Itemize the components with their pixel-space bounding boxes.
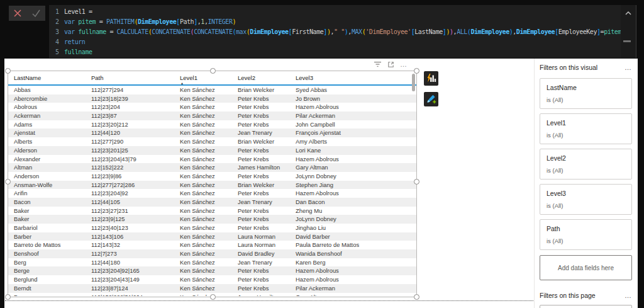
table-row[interactable]: Barreto de Mattos112|143|32Ken SánchezLa… <box>8 241 416 249</box>
chevron-up-icon[interactable] <box>625 10 632 16</box>
table-row[interactable]: Alderson112|23|201|25Ken SánchezPeter Kr… <box>8 146 416 155</box>
filter-card-level3[interactable]: Level3is (All) <box>540 184 632 215</box>
column-header-level2[interactable]: Level2 <box>238 71 296 84</box>
code-line[interactable]: 2var pitem = PATHITEM(DimEmployee[Path],… <box>49 17 621 27</box>
filters-visual-more-icon[interactable]: … <box>625 64 632 71</box>
filter-condition: is (All) <box>547 96 625 103</box>
column-header-label: Path <box>91 74 104 81</box>
filter-card-level1[interactable]: Level1is (All) <box>540 113 632 144</box>
sort-ascending-icon: ▲ <box>180 82 184 85</box>
filter-card-path[interactable]: Pathis (All) <box>540 219 632 250</box>
table-row[interactable]: Alberts112|277|290Ken SánchezBrian Welck… <box>8 137 416 146</box>
resize-handle-bottom-middle[interactable] <box>210 294 216 300</box>
table-vertical-scrollbar[interactable] <box>412 74 415 91</box>
resize-handle-bottom-right[interactable] <box>414 294 419 300</box>
table-row[interactable]: Ajenstat112|44|120Ken SánchezJean Trenar… <box>8 128 416 137</box>
code-line[interactable]: 3var fullname = CALCULATE(CONCATENATE(CO… <box>49 27 621 37</box>
table-cell: Adams <box>14 120 91 129</box>
table-row[interactable]: Baker112|23|27|231Ken SánchezPeter Krebs… <box>8 207 416 215</box>
table-row[interactable]: Berge112|23|204|92|165Ken SánchezPeter K… <box>8 266 416 275</box>
table-cell: Karen Berg <box>296 258 416 267</box>
code-line[interactable]: 1Level1 = <box>49 7 621 17</box>
table-cell: 112|23|9|86 <box>91 172 180 181</box>
table-row[interactable]: Bacon112|44|105Ken SánchezJean TrenaryDa… <box>8 198 416 207</box>
table-cell: Syed Abbas <box>296 86 416 94</box>
table-row[interactable]: Berndt112|23|87|124Ken SánchezPeter Kreb… <box>8 284 416 293</box>
table-cell: Ken Sánchez <box>180 241 238 249</box>
resize-handle-top-right[interactable] <box>414 68 419 74</box>
table-cell: 112|23|20|212 <box>91 120 180 129</box>
cancel-formula-x-icon[interactable] <box>13 9 22 18</box>
table-cell: 112|23|204|43|149 <box>91 275 180 284</box>
table-cell: Ken Sánchez <box>180 293 238 297</box>
table-row[interactable]: Berglund112|23|204|43|149Ken SánchezPete… <box>8 275 416 284</box>
resize-handle-middle-left[interactable] <box>5 179 11 185</box>
table-cell: Hazem Abolrous <box>296 189 416 198</box>
table-cell: 112|143|32 <box>91 241 180 249</box>
add-data-fields-dropzone[interactable]: Add data fields here <box>540 255 632 280</box>
filters-page-more-icon[interactable]: … <box>625 292 632 299</box>
table-cell: Ken Sánchez <box>180 155 238 164</box>
table-row[interactable]: Adams112|23|20|212Ken SánchezPeter Krebs… <box>8 120 416 129</box>
table-row[interactable]: Ackerman112|23|87Ken SánchezPeter KrebsP… <box>8 111 416 120</box>
resize-handle-top-middle[interactable] <box>210 68 216 74</box>
table-cell: 112|277|290 <box>91 137 180 146</box>
table-row[interactable]: Ansman-Wolfe112|277|272|286Ken SánchezBr… <box>8 181 416 190</box>
filter-card-level2[interactable]: Level2is (All) <box>540 149 632 180</box>
filter-card-lastname[interactable]: LastNameis (All) <box>540 78 632 109</box>
table-row[interactable]: Altman112|152|222Ken SánchezJames Hamilt… <box>8 163 416 172</box>
table-row[interactable]: Anderson112|23|9|86Ken SánchezPeter Kreb… <box>8 172 416 181</box>
table-cell: 112|152|222|51|264 <box>91 293 180 297</box>
table-row[interactable]: Benshoof112|7|273Ken SánchezDavid Bradle… <box>8 249 416 258</box>
table-cell: Peter Krebs <box>238 146 296 155</box>
table-cell: Gary Altman <box>296 163 416 172</box>
table-cell: Alberts <box>14 137 91 146</box>
dax-editor[interactable]: 1Level1 =2var pitem = PATHITEM(DimEmploy… <box>49 5 621 58</box>
resize-handle-middle-right[interactable] <box>414 179 419 185</box>
table-body[interactable]: Abbas112|277|294Ken SánchezBrian Welcker… <box>8 86 416 296</box>
table-visual[interactable]: LastNamePathLevel1▲Level2Level3 Abbas112… <box>8 71 417 297</box>
table-row[interactable]: Abolrous112|23|204Ken SánchezPeter Krebs… <box>8 103 416 111</box>
table-cell: 112|277|294 <box>91 86 180 94</box>
table-cell: 112|44|120 <box>91 128 180 137</box>
table-cell: 112|23|9|125 <box>91 215 180 224</box>
code-line[interactable]: 4return <box>49 37 621 47</box>
commit-formula-check-icon[interactable] <box>31 9 41 18</box>
code-token: DimEmployee <box>138 18 176 25</box>
column-header-level1[interactable]: Level1▲ <box>180 71 238 84</box>
more-options-icon[interactable]: … <box>400 61 407 67</box>
table-row[interactable]: Arifin112|23|204|92Ken SánchezPeter Kreb… <box>8 189 416 198</box>
resize-handle-bottom-left[interactable] <box>5 294 11 300</box>
table-cell: Jean Trenary <box>238 198 296 207</box>
focus-mode-icon[interactable] <box>387 60 395 69</box>
funnel-icon[interactable] <box>374 60 382 68</box>
table-cell: 112|152|222 <box>91 163 180 172</box>
powerbi-report-window: 1Level1 =2var pitem = PATHITEM(DimEmploy… <box>0 0 644 308</box>
table-row[interactable]: Abercrombie112|23|18|239Ken SánchezPeter… <box>8 94 416 103</box>
table-cell: Ken Sánchez <box>180 163 238 172</box>
table-row[interactable]: Abbas112|277|294Ken SánchezBrian Welcker… <box>8 86 416 94</box>
analyze-button[interactable] <box>424 71 438 86</box>
table-row[interactable]: Berg112|44|180Ken SánchezJean TrenaryKar… <box>8 258 416 267</box>
table-row[interactable]: Barbariol112|23|40|123Ken SánchezPeter K… <box>8 224 416 232</box>
table-cell: Paula Barreto de Mattos <box>296 241 416 249</box>
code-line[interactable]: 5fullname <box>49 47 621 57</box>
table-row[interactable]: Alexander112|23|204|43|79Ken SánchezPete… <box>8 155 416 164</box>
table-cell: Ken Sánchez <box>180 224 238 232</box>
column-header-lastname[interactable]: LastName <box>14 71 91 84</box>
page-filter-empty-card[interactable] <box>540 305 632 308</box>
table-row[interactable]: Baker112|23|9|125Ken SánchezPeter KrebsJ… <box>8 215 416 224</box>
table-cell: 112|44|180 <box>91 258 180 267</box>
table-cell: Hazem Abolrous <box>296 275 416 284</box>
table-cell: Peter Krebs <box>238 103 296 111</box>
table-row[interactable]: Barber112|143|106Ken SánchezLaura Norman… <box>8 232 416 241</box>
column-header-level3[interactable]: Level3 <box>296 71 416 84</box>
table-cell: JoLynn Dobney <box>296 215 416 224</box>
table-cell: Abolrous <box>14 103 91 111</box>
code-token: CONCATENATE <box>152 28 190 35</box>
table-cell: Laura Norman <box>238 241 296 249</box>
table-cell: Brian Welcker <box>238 181 296 190</box>
resize-handle-top-left[interactable] <box>5 68 11 74</box>
column-header-path[interactable]: Path <box>91 71 180 84</box>
format-button[interactable] <box>424 92 438 106</box>
